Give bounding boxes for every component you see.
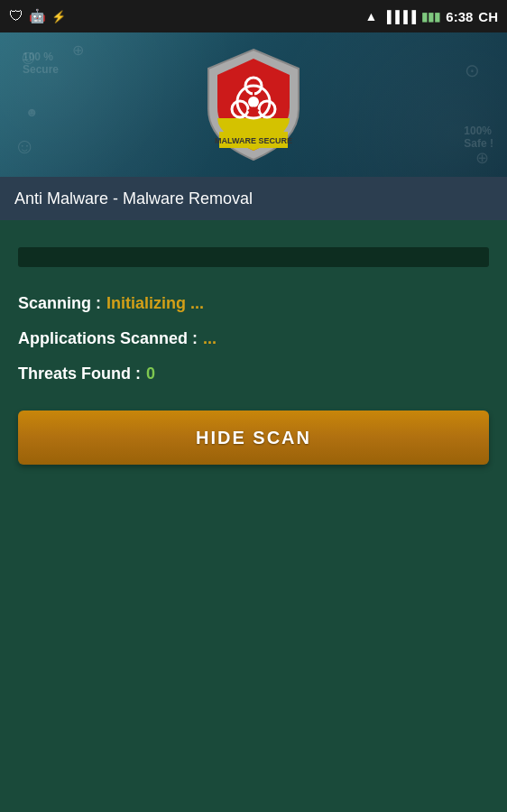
apps-scanned-value: ... [203,329,217,348]
watermark-icon-2: ⊕ [72,42,84,59]
watermark-icon-6: ☻ [25,105,39,119]
status-time: 6:38 [446,9,473,24]
shield-logo: MALWARE SECURE [199,46,308,163]
status-icons-right: ▲ ▐▐▐▐ ▮▮▮ 6:38 CH [365,9,498,24]
watermark-icon-3: ⊙ [465,60,480,81]
watermark-icon-5: ⊕ [475,148,489,168]
scanning-label: Scanning : [18,294,101,313]
scanning-row: Scanning : Initializing ... [18,294,489,313]
usb-icon: ⚡ [51,10,66,23]
logo-container: MALWARE SECURE [199,46,308,163]
threats-found-value: 0 [146,364,155,383]
apps-scanned-row: Applications Scanned : ... [18,329,489,348]
wifi-icon: ▲ [365,9,378,23]
watermark-icon-1: ☺ [18,46,38,69]
status-carrier: CH [478,9,498,24]
apps-scanned-label: Applications Scanned : [18,329,198,348]
main-content: Scanning : Initializing ... Applications… [0,220,507,812]
progress-bar-container [18,247,489,267]
svg-point-4 [248,97,259,107]
status-icons-left: 🛡 🤖 ⚡ [9,8,66,24]
scanning-value: Initializing ... [106,294,204,313]
status-bar: 🛡 🤖 ⚡ ▲ ▐▐▐▐ ▮▮▮ 6:38 CH [0,0,507,32]
svg-text:MALWARE SECURE: MALWARE SECURE [215,136,292,145]
app-banner: 100 %Secure 100%Safe ! ☺ ⊕ ⊙ ☺ ⊕ ☻ [0,32,507,177]
signal-icon: ▐▐▐▐ [383,10,416,23]
page-title: Anti Malware - Malware Removal [14,189,253,208]
threats-found-label: Threats Found : [18,364,141,383]
battery-icon: ▮▮▮ [421,10,440,23]
app-status-icon: 🛡 [9,8,23,24]
threats-found-row: Threats Found : 0 [18,364,489,383]
title-bar: Anti Malware - Malware Removal [0,177,507,220]
hide-scan-button[interactable]: HIDE SCAN [18,411,489,465]
watermark-icon-4: ☺ [14,134,36,159]
watermark-safe-text: 100%Safe ! [464,125,493,150]
android-icon: 🤖 [29,8,46,24]
